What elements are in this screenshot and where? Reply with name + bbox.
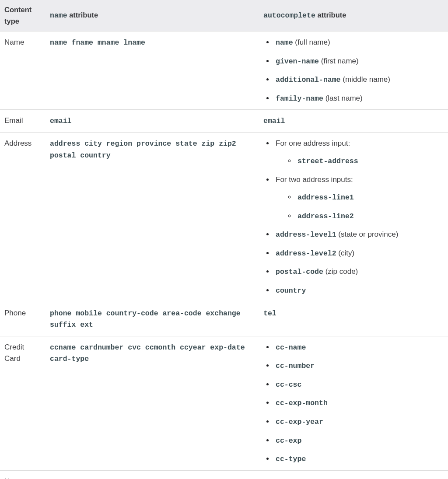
row-label: Name	[4, 38, 24, 46]
autocomplete-list: For one address input: street-address Fo…	[263, 138, 441, 297]
list-item: country	[274, 285, 441, 297]
list-item: additional-name (middle name)	[274, 74, 441, 86]
list-item: street-address	[296, 155, 441, 167]
autofill-attributes-table: Content type name attribute autocomplete…	[0, 0, 448, 479]
row-label: Address	[4, 139, 32, 147]
autocomplete-list: username	[263, 476, 441, 479]
row-label: Credit Card	[4, 343, 24, 363]
row-label: Phone	[4, 309, 26, 317]
nested-list: address-line1 address-line2	[276, 192, 441, 222]
row-label: Email	[4, 116, 23, 125]
list-item: address-level2 (city)	[274, 248, 441, 259]
row-label: Usernames	[4, 477, 42, 479]
table-row-name: Name name fname mname lname name (full n…	[0, 31, 448, 110]
list-item: cc-exp-month	[274, 397, 441, 409]
list-item: For one address input: street-address	[274, 138, 441, 167]
name-attr-values: address city region province state zip z…	[50, 140, 236, 160]
list-item: address-line1	[296, 192, 441, 203]
list-item: username	[274, 476, 441, 479]
list-item: For two address inputs: address-line1 ad…	[274, 174, 441, 222]
name-attr-values: ccname cardnumber cvc ccmonth ccyear exp…	[50, 343, 245, 364]
name-attr-values: username	[50, 478, 84, 479]
table-header-row: Content type name attribute autocomplete…	[0, 0, 448, 31]
list-item: postal-code (zip code)	[274, 266, 441, 278]
name-attr-values: phone mobile country-code area-code exch…	[50, 309, 241, 329]
list-item: address-level1 (state or province)	[274, 229, 441, 241]
name-attr-values: name fname mname lname	[50, 38, 145, 47]
list-item: cc-csc	[274, 379, 441, 391]
list-item: cc-exp	[274, 435, 441, 447]
table-row-phone: Phone phone mobile country-code area-cod…	[0, 302, 448, 336]
autocomplete-value: tel	[263, 309, 276, 318]
nested-list: street-address	[276, 155, 441, 167]
list-item: cc-exp-year	[274, 416, 441, 428]
list-item: name (full name)	[274, 37, 441, 49]
table-row-usernames: Usernames username username	[0, 470, 448, 479]
table-row-credit-card: Credit Card ccname cardnumber cvc ccmont…	[0, 336, 448, 470]
table-row-email: Email email email	[0, 110, 448, 133]
name-attr-values: email	[50, 117, 72, 125]
autocomplete-list: name (full name) given-name (first name)…	[263, 37, 441, 104]
table-row-address: Address address city region province sta…	[0, 132, 448, 302]
list-item: cc-name	[274, 342, 441, 353]
list-item: cc-type	[274, 453, 441, 465]
autocomplete-list: cc-name cc-number cc-csc cc-exp-month cc…	[263, 342, 441, 465]
list-item: family-name (last name)	[274, 93, 441, 105]
header-content-type: Content type	[0, 0, 46, 31]
list-item: given-name (first name)	[274, 56, 441, 67]
list-item: address-line2	[296, 210, 441, 222]
header-name-attribute: name attribute	[46, 0, 259, 31]
header-autocomplete-attribute: autocomplete attribute	[259, 0, 448, 31]
autocomplete-value: email	[263, 117, 285, 125]
list-item: cc-number	[274, 360, 441, 372]
